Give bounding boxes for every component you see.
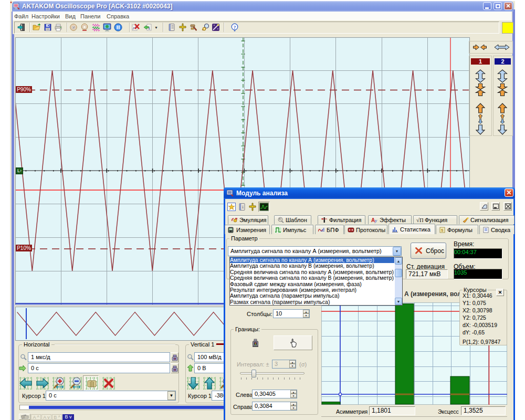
- svg-text:√Π: √Π: [416, 217, 423, 223]
- svg-text:$: $: [441, 228, 444, 233]
- svg-text:?: ?: [234, 25, 236, 30]
- svg-text:y: y: [374, 218, 377, 223]
